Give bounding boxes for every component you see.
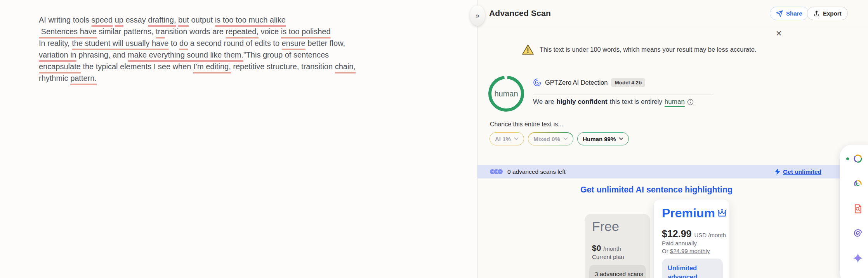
humanizer-spiral-icon[interactable] — [853, 229, 863, 239]
scans-left-text: 0 advanced scans left — [507, 168, 566, 175]
lightning-icon — [775, 168, 780, 175]
pill-ai[interactable]: AI 1% — [490, 132, 524, 145]
premium-feature-box: Unlimited advanced scans — [662, 259, 723, 278]
verdict-mid: this text is entirely — [610, 98, 662, 106]
text-segment: similar patterns, — [97, 27, 156, 36]
text-segment: better flow, — [306, 39, 345, 47]
ai-assistant-star-icon[interactable] — [852, 253, 863, 264]
flagged-text-segment: ensure — [282, 39, 306, 47]
current-plan-label: Current plan — [592, 254, 624, 260]
flagged-text-segment: variation in — [39, 51, 76, 59]
verdict-pre: We are — [533, 98, 554, 106]
text-segment: essay — [123, 16, 148, 24]
flagged-text-segment: but — [178, 16, 189, 24]
text-line: rhythmic pattern. — [39, 72, 373, 84]
ai-detector-tool-selected[interactable] — [848, 174, 868, 194]
flagged-text-segment: do — [179, 39, 188, 47]
document-area[interactable]: AI writing tools speed up essay drafting… — [0, 0, 477, 278]
text-segment: the typical elements I see when — [81, 62, 193, 71]
chevron-down-icon — [563, 137, 568, 140]
gptzero-logo-icon — [533, 78, 542, 87]
flagged-text-segment: drafting, — [148, 16, 176, 24]
chevron-down-icon — [619, 137, 623, 140]
export-button[interactable]: Export — [807, 7, 848, 20]
scan-progress-icon[interactable] — [853, 154, 863, 164]
text-line: encapsulate the typical elements I see w… — [39, 61, 373, 72]
premium-plan-period: USD /month — [694, 232, 726, 238]
panel-title: Advanced Scan — [489, 0, 551, 26]
flagged-text-segment: make everything sound like them. — [128, 51, 243, 59]
share-button[interactable]: Share — [770, 7, 809, 20]
panel-header: Advanced Scan Share Export — [477, 0, 868, 26]
scan-credits-icon: ✓✓✓ — [490, 169, 503, 175]
flagged-text-segment: is too polished — [281, 27, 331, 36]
free-plan-name: Free — [592, 219, 619, 234]
monthly-price-link[interactable]: $24.99 monthly — [670, 248, 710, 254]
free-plan-period: /month — [603, 245, 621, 252]
word-count-warning: This text is under 100 words, which mean… — [522, 44, 757, 55]
divider — [533, 94, 713, 94]
warning-icon — [522, 44, 534, 55]
flagged-text-segment: pattern. — [70, 74, 97, 82]
free-plan-price: $0 — [592, 243, 601, 253]
pill-ai-label: AI 1% — [495, 136, 511, 142]
text-segment: In reality, — [39, 39, 72, 47]
text-line: Sentences have similar patterns, transit… — [39, 26, 373, 37]
scans-left-banner: ✓✓✓ 0 advanced scans left Get unlimited — [477, 165, 868, 178]
share-label: Share — [786, 10, 802, 17]
flagged-text-segment: the student will usually have — [72, 39, 168, 47]
text-segment: AI writing tools — [39, 16, 92, 24]
premium-plan-price: $12.99 — [662, 228, 691, 240]
verdict-class: human — [665, 98, 685, 106]
premium-plan-card: Premium $12.99 USD /month Paid annually … — [653, 199, 730, 278]
flagged-text-segment: tra — [156, 27, 165, 36]
premium-billing-note: Paid annually — [662, 240, 697, 247]
send-icon — [776, 10, 783, 17]
upsell-heading: Get unlimited AI sentence highlighting — [540, 185, 773, 195]
text-segment: rhythmic — [39, 74, 70, 82]
info-icon[interactable] — [687, 99, 694, 105]
flagged-text-segment: is too too much alike — [215, 16, 286, 24]
gauge-label: human — [488, 75, 525, 112]
export-icon — [813, 10, 820, 17]
warning-text: This text is under 100 words, which mean… — [540, 46, 757, 53]
active-dot — [846, 157, 849, 160]
text-line: AI writing tools speed up essay drafting… — [39, 14, 373, 26]
text-line: In reality, the student will usually hav… — [39, 37, 373, 49]
chevron-down-icon — [514, 137, 519, 140]
premium-plan-name: Premium — [662, 206, 715, 220]
pill-human-label: Human 99% — [583, 136, 616, 142]
pill-mixed[interactable]: Mixed 0% — [528, 132, 573, 145]
close-results-button[interactable]: ✕ — [776, 30, 782, 37]
flagged-text-segment: Sentences have — [39, 27, 97, 36]
human-score-gauge: human — [488, 75, 525, 112]
document-text[interactable]: AI writing tools speed up essay drafting… — [39, 14, 373, 84]
flagged-text-segment: encapsulate — [39, 62, 81, 71]
flagged-text-segment: up — [115, 16, 123, 24]
premium-feature: Unlimited advanced scans — [668, 264, 716, 278]
verdict-confidence: highly confident — [557, 98, 608, 106]
detector-name: GPTZero AI Detection — [545, 79, 608, 86]
flagged-text-segment: speed — [92, 16, 113, 24]
advanced-scan-panel: Advanced Scan Share Export » ✕ This text… — [477, 0, 868, 278]
free-plan-card: Free $0 /month Current plan 3 advanced s… — [585, 214, 650, 278]
text-segment: a second round of edits to — [188, 39, 281, 47]
verdict-sentence: We are highly confident this text is ent… — [533, 98, 694, 106]
text-line: variation in phrasing, and make everythi… — [39, 49, 373, 61]
flagged-text-segment: I’m editing, — [193, 62, 231, 71]
plagiarism-report-icon[interactable] — [853, 204, 863, 214]
detector-row: GPTZero AI Detection Model 4.2b — [533, 77, 645, 88]
flagged-text-segment: repeated, — [226, 27, 259, 36]
text-segment: voice — [259, 27, 281, 36]
collapse-panel-button[interactable]: » — [470, 5, 485, 26]
text-segment: nsition words are — [165, 27, 226, 36]
crown-icon — [717, 209, 727, 218]
premium-alt-price: Or $24.99 monthly — [662, 248, 710, 254]
text-segment: phrasing, and — [76, 51, 128, 59]
text-segment: output — [189, 16, 215, 24]
pill-human[interactable]: Human 99% — [577, 132, 629, 145]
probability-pills: AI 1% Mixed 0% Human 99% — [490, 132, 629, 145]
get-unlimited-link[interactable]: Get unlimited — [783, 168, 821, 175]
flagged-text-segment: chain, — [335, 62, 356, 71]
text-segment: repetitive structure, transition — [231, 62, 335, 71]
